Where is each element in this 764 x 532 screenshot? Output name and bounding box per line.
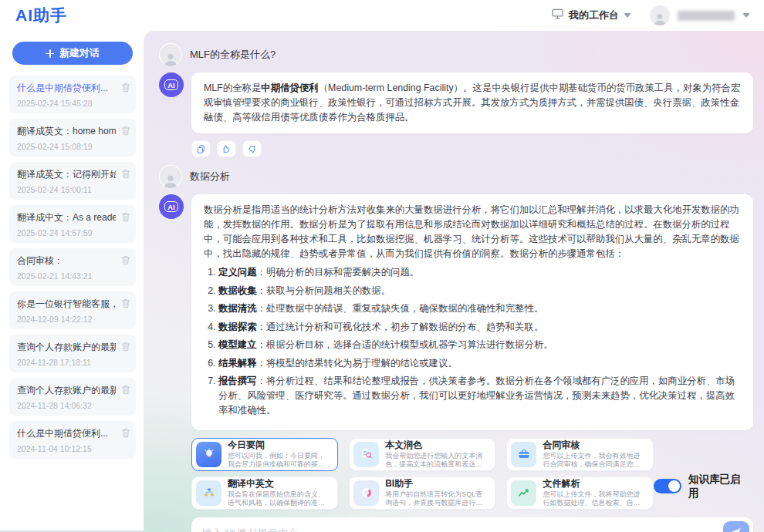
ai-avatar-label: AI — [164, 201, 178, 212]
trash-icon[interactable] — [121, 168, 130, 182]
trend-up-icon — [511, 480, 536, 506]
ai-answer-bubble: 数据分析是指用适当的统计分析方法对收集来的大量数据进行分析，将它们加以汇总和理解… — [191, 194, 753, 430]
trash-icon[interactable] — [121, 384, 130, 398]
thumbs-down-button[interactable] — [242, 140, 262, 157]
ai-message-row: AI MLF的全称是中期借贷便利（Medium-term Lending Fac… — [159, 72, 755, 133]
history-time: 2025-02-24 14:57:59 — [17, 228, 116, 237]
thumbs-up-button[interactable] — [217, 140, 236, 157]
card-title: 本文润色 — [385, 439, 488, 450]
history-item[interactable]: 查询个人存款账户的最新... 2024-11-28 17:18:11 — [9, 335, 136, 372]
history-title: 什么是中期借贷便利... — [17, 82, 116, 95]
bulb-icon — [196, 442, 221, 467]
user-message-row: 数据分析 — [159, 165, 755, 188]
history-title: 你是一位银行智能客服，... — [17, 298, 116, 311]
answer-intro: 数据分析是指用适当的统计分析方法对收集来的大量数据进行分析，将它们加以汇总和理解… — [204, 203, 741, 261]
app-window: AI助手 我的工作台 新建对话 什么是中期借贷便利... 2025-02-24 … — [0, 0, 764, 532]
card-desc: 您可以上传文件，我将帮助您进行如数据处理、信息检索、自动化办公等。 — [543, 490, 646, 507]
card-title: 今日要闻 — [228, 439, 331, 450]
card-title: 翻译中英文 — [228, 478, 331, 489]
new-chat-label: 新建对话 — [59, 46, 100, 60]
history-time: 2025-02-21 14:43:21 — [17, 271, 116, 281]
top-header: AI助手 我的工作台 — [0, 0, 764, 31]
card-bi-assistant[interactable]: BI助手 将用户的自然语言转化为SQL查询语句，并直接与数据库进行交互，返回智能… — [349, 476, 495, 510]
trash-icon[interactable] — [121, 341, 130, 355]
history-title: 翻译成英文：home home — [17, 125, 116, 138]
prompt-input[interactable] — [202, 527, 723, 532]
composer — [191, 517, 753, 532]
sidebar: 新建对话 什么是中期借贷便利... 2025-02-24 15:45:28 翻译… — [0, 31, 144, 532]
history-item[interactable]: 你是一位银行智能客服，... 2024-12-09 14:22:12 — [9, 291, 136, 329]
app-logo: AI助手 — [15, 5, 67, 26]
card-contract-review[interactable]: 合同审核 您可以上传文件，我会有效地进行合同审核，确保合同满足您的业务需求。 — [506, 438, 653, 471]
list-item: 报告撰写：将分析过程、结果和结论整理成报告，供决策者参考。数据分析在各个领域都有… — [218, 374, 741, 418]
user-avatar[interactable] — [650, 5, 670, 25]
list-item: 结果解释：将模型的结果转化为易于理解的结论或建议。 — [218, 356, 741, 371]
card-title: 合同审核 — [543, 439, 646, 450]
trash-icon[interactable] — [121, 125, 130, 139]
knowledge-base-toggle-group: 知识库已启用 — [654, 473, 755, 510]
knowledge-base-toggle[interactable] — [654, 479, 682, 493]
ai-answer-bubble: MLF的全称是中期借贷便利（Medium-term Lending Facili… — [191, 72, 753, 133]
ai-message-row: AI 数据分析是指用适当的统计分析方法对收集来的大量数据进行分析，将它们加以汇总… — [159, 194, 755, 430]
list-item: 数据清洗：处理数据中的错误、重复或缺失值，确保数据的准确性和完整性。 — [218, 301, 741, 316]
history-title: 查询个人存款账户的最新... — [17, 341, 116, 354]
history-time: 2025-02-24 15:08:19 — [17, 142, 116, 151]
monitor-icon — [551, 8, 564, 23]
ai-avatar: AI — [159, 72, 184, 97]
history-time: 2025-02-24 15:00:11 — [17, 185, 116, 194]
user-message-avatar — [159, 165, 182, 188]
history-time: 2024-11-28 14:06:32 — [17, 401, 116, 410]
history-title: 合同审核： — [17, 254, 116, 268]
workspace-label: 我的工作台 — [569, 8, 619, 22]
user-question: 数据分析 — [190, 170, 230, 184]
list-item: 数据收集：获取与分析问题相关的数据。 — [218, 284, 741, 298]
card-desc: 将用户的自然语言转化为SQL查询语句，并直接与数据库进行交互，返回智能推荐的图表… — [385, 490, 488, 507]
answer-text: MLF的全称是 — [204, 82, 261, 93]
history-title: 查询个人存款账户的最新... — [17, 384, 116, 397]
trash-icon[interactable] — [121, 298, 130, 311]
feature-cards-grid: 今日要闻 您可以问我，例如：今日要闻，我会尽力提供准确和可靠的答案。 本文润色 … — [191, 438, 654, 510]
history-item[interactable]: 翻译成中文：As a reader... 2025-02-24 14:57:59 — [9, 205, 136, 243]
history-item[interactable]: 什么是中期借贷便利... 2024-11-04 10:12:15 — [9, 421, 136, 459]
card-desc: 您可以上传文件，我会有效地进行合同审核，确保合同满足您的业务需求。 — [543, 452, 646, 469]
trash-icon[interactable] — [121, 82, 130, 96]
history-item[interactable]: 翻译成英文：home home 2025-02-24 15:08:19 — [9, 119, 136, 157]
history-item[interactable]: 什么是中期借贷便利... 2025-02-24 15:45:28 — [9, 76, 136, 113]
workspace-menu[interactable]: 我的工作台 — [551, 8, 631, 23]
user-message-avatar — [159, 43, 182, 66]
chevron-down-icon[interactable] — [742, 13, 750, 18]
toggle-knob — [668, 480, 680, 492]
ai-avatar-label: AI — [164, 79, 178, 90]
list-item: 定义问题：明确分析的目标和需要解决的问题。 — [218, 265, 741, 280]
card-text-polish[interactable]: 本文润色 我会帮助您进行您输入的文本润色，提高文本的流畅度和表达效果。 — [349, 438, 495, 471]
card-desc: 您可以问我，例如：今日要闻，我会尽力提供准确和可靠的答案。 — [228, 452, 331, 469]
copy-button[interactable] — [191, 140, 211, 157]
plus-icon — [46, 49, 54, 58]
knowledge-base-label: 知识库已启用 — [688, 473, 750, 500]
history-title: 翻译成中文：As a reader... — [17, 211, 116, 224]
card-translate[interactable]: 翻译中英文 我会旨在保留原始信息的含义、语气和风格，以确保翻译的准确性和自然流畅… — [191, 476, 338, 510]
card-file-parse[interactable]: 文件解析 您可以上传文件，我将帮助您进行如数据处理、信息检索、自动化办公等。 — [506, 476, 653, 510]
new-chat-button[interactable]: 新建对话 — [12, 42, 133, 65]
trash-icon[interactable] — [121, 254, 130, 268]
history-time: 2024-11-28 17:18:11 — [17, 358, 116, 367]
history-time: 2025-02-24 15:45:28 — [17, 99, 116, 108]
donut-chart-icon — [353, 480, 379, 506]
trash-icon[interactable] — [121, 211, 130, 225]
card-desc: 我会帮助您进行您输入的文本润色，提高文本的流畅度和表达效果。 — [385, 452, 488, 469]
history-time: 2024-12-09 14:22:12 — [17, 315, 116, 324]
user-question: MLF的全称是什么? — [190, 48, 276, 62]
trash-icon[interactable] — [121, 427, 130, 441]
card-today-news[interactable]: 今日要闻 您可以问我，例如：今日要闻，我会尽力提供准确和可靠的答案。 — [191, 438, 338, 471]
user-message-row: MLF的全称是什么? — [159, 43, 755, 66]
ai-avatar: AI — [159, 194, 184, 219]
history-item[interactable]: 查询个人存款账户的最新... 2024-11-28 14:06:32 — [9, 378, 136, 416]
send-button[interactable] — [723, 521, 749, 532]
card-title: BI助手 — [385, 478, 488, 489]
history-item[interactable]: 翻译成英文：记得刚开始... 2025-02-24 15:00:11 — [9, 162, 136, 200]
history-item[interactable]: 合同审核： 2025-02-21 14:43:21 — [9, 248, 136, 286]
history-time: 2024-11-04 10:12:15 — [17, 444, 116, 453]
analysis-steps-list: 定义问题：明确分析的目标和需要解决的问题。 数据收集：获取与分析问题相关的数据。… — [204, 265, 741, 418]
feature-cards-section: 今日要闻 您可以问我，例如：今日要闻，我会尽力提供准确和可靠的答案。 本文润色 … — [191, 438, 755, 510]
message-actions — [191, 140, 755, 157]
